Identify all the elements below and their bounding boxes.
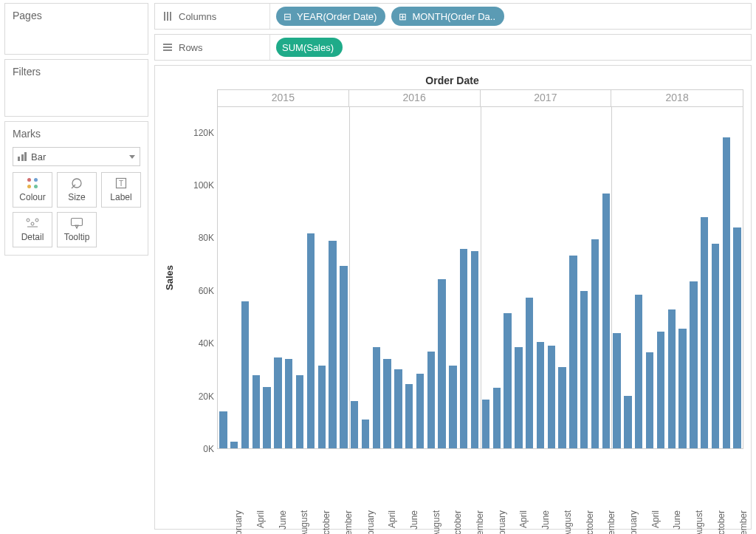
bar[interactable] (351, 401, 358, 448)
marks-size-label: Size (68, 192, 85, 202)
columns-label: Columns (179, 11, 216, 22)
bar[interactable] (482, 400, 489, 448)
bar[interactable] (340, 266, 347, 448)
bar[interactable] (460, 249, 467, 448)
marks-colour-button[interactable]: Colour (13, 172, 52, 208)
chart-area: Order Date 2015201620172018 Sales 0K20K4… (154, 65, 752, 530)
plus-icon: ⊞ (397, 11, 408, 22)
svg-point-6 (35, 219, 38, 222)
bar[interactable] (416, 374, 424, 448)
bar[interactable] (646, 352, 653, 448)
filters-title: Filters (13, 66, 140, 78)
bar[interactable] (449, 366, 456, 448)
bar[interactable] (471, 251, 478, 448)
month-label: December (606, 510, 616, 534)
y-tick: 60K (199, 286, 214, 296)
marks-label-button[interactable]: T Label (101, 172, 141, 208)
marks-type-select[interactable]: Bar (13, 147, 140, 166)
month-label: June (409, 510, 419, 530)
pill-year-orderdate[interactable]: ⊟ YEAR(Order Date) (276, 7, 385, 26)
bar[interactable] (362, 420, 369, 448)
bar[interactable] (296, 375, 303, 449)
bar[interactable] (504, 313, 511, 448)
y-axis: 0K20K40K60K80K100K120K (177, 106, 217, 449)
bar[interactable] (733, 227, 740, 448)
bar[interactable] (668, 309, 676, 448)
bar[interactable] (318, 366, 326, 448)
bar[interactable] (263, 387, 270, 449)
bar[interactable] (548, 346, 555, 448)
bar[interactable] (230, 442, 238, 448)
marks-panel: Marks Bar Colour Size T (4, 121, 148, 256)
rows-icon (162, 42, 173, 52)
bar[interactable] (591, 239, 599, 448)
bar[interactable] (383, 359, 391, 448)
bar[interactable] (678, 329, 686, 448)
bar[interactable] (438, 279, 445, 448)
month-label: December (738, 510, 749, 534)
bar[interactable] (657, 332, 664, 448)
svg-text:T: T (119, 179, 123, 188)
month-label: December (343, 510, 354, 534)
month-label: February (233, 510, 244, 534)
month-label: February (365, 510, 376, 534)
bar[interactable] (329, 241, 336, 448)
bar[interactable] (537, 342, 544, 448)
y-tick: 20K (199, 391, 214, 402)
month-label: December (475, 510, 485, 534)
bar[interactable] (635, 295, 642, 448)
year-label: 2016 (349, 90, 481, 106)
columns-icon (162, 11, 173, 21)
rows-shelf[interactable]: Rows SUM(Sales) (154, 34, 752, 61)
month-label: August (299, 510, 309, 534)
size-icon (71, 177, 83, 189)
pill-sum-sales[interactable]: SUM(Sales) (276, 38, 343, 57)
y-tick: 120K (193, 128, 214, 138)
marks-tooltip-button[interactable]: Tooltip (57, 212, 97, 247)
bar[interactable] (723, 137, 730, 448)
pill-month-orderdate[interactable]: ⊞ MONTH(Order Da.. (391, 7, 504, 26)
svg-rect-8 (72, 219, 83, 226)
month-label: June (540, 510, 551, 530)
bar[interactable] (701, 217, 708, 448)
bar[interactable] (252, 375, 260, 449)
bar[interactable] (241, 301, 249, 448)
bar[interactable] (690, 281, 697, 448)
bar[interactable] (394, 369, 402, 448)
month-label: August (694, 510, 704, 534)
marks-detail-button[interactable]: Detail (13, 212, 52, 247)
marks-tooltip-label: Tooltip (64, 232, 90, 242)
columns-shelf[interactable]: Columns ⊟ YEAR(Order Date) ⊞ MONTH(Order… (154, 3, 752, 30)
month-label: October (453, 510, 463, 534)
bar[interactable] (602, 194, 610, 448)
bar[interactable] (219, 411, 227, 448)
pill-year-label: YEAR(Order Date) (297, 11, 377, 22)
bar[interactable] (373, 347, 380, 448)
bar-icon (18, 152, 27, 161)
rows-label: Rows (179, 42, 203, 53)
marks-size-button[interactable]: Size (57, 172, 97, 208)
bar[interactable] (569, 256, 577, 448)
chart-plot[interactable] (217, 106, 743, 449)
label-icon: T (115, 177, 127, 189)
svg-line-1 (72, 185, 75, 188)
bar[interactable] (427, 352, 435, 448)
month-label: April (255, 510, 266, 528)
bar[interactable] (613, 333, 620, 448)
bar[interactable] (580, 291, 588, 448)
bar[interactable] (493, 388, 501, 448)
filters-panel: Filters (4, 59, 148, 117)
bar[interactable] (307, 233, 315, 448)
bar[interactable] (558, 367, 566, 448)
marks-type-label: Bar (31, 151, 46, 162)
y-tick: 0K (203, 444, 214, 454)
bar[interactable] (515, 347, 522, 448)
bar[interactable] (624, 396, 631, 448)
pill-sum-sales-label: SUM(Sales) (282, 42, 334, 53)
bar[interactable] (712, 244, 719, 448)
bar[interactable] (526, 298, 533, 448)
bar[interactable] (285, 359, 292, 448)
bar[interactable] (274, 357, 281, 448)
month-label: April (387, 510, 397, 528)
bar[interactable] (405, 384, 413, 448)
